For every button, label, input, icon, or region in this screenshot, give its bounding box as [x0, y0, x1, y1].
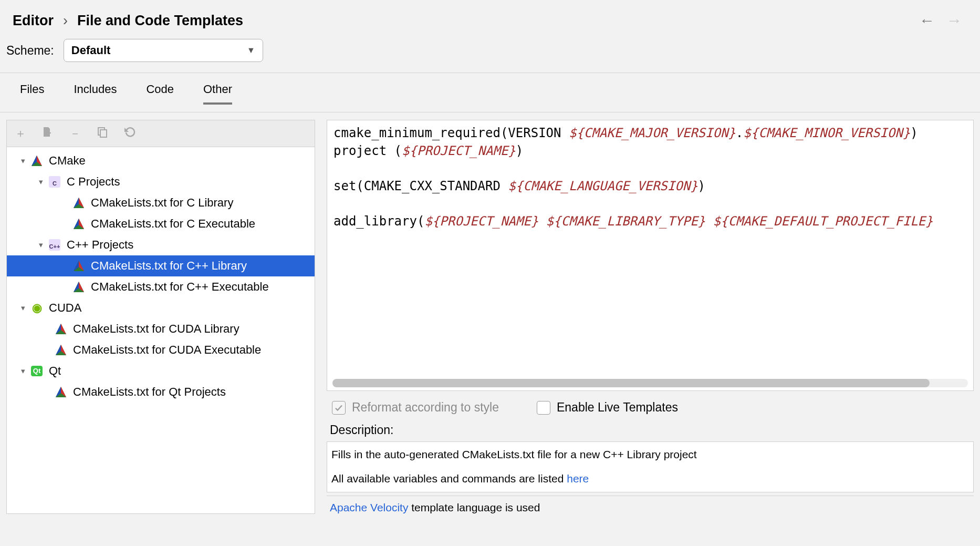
options-row: Reformat according to style Enable Live …: [327, 391, 974, 420]
tree-leaf-cpp-executable[interactable]: CMakeLists.txt for C++ Executable: [7, 276, 315, 297]
main-split: ＋ － ▾ CMake ▾ C: [0, 120, 980, 514]
forward-arrow-icon: →: [946, 12, 962, 29]
tab-code[interactable]: Code: [146, 83, 174, 105]
tree-label: CMakeLists.txt for Qt Projects: [73, 385, 226, 399]
tree-panel: ＋ － ▾ CMake ▾ C: [6, 120, 315, 514]
add-from-icon[interactable]: [41, 126, 54, 141]
tree-label: C++ Projects: [67, 238, 133, 252]
reformat-label: Reformat according to style: [352, 400, 499, 415]
tree-label: CMakeLists.txt for CUDA Executable: [73, 343, 261, 357]
scrollbar-thumb[interactable]: [332, 379, 930, 387]
live-templates-checkbox[interactable]: Enable Live Templates: [537, 400, 678, 415]
description-line1: Fills in the auto-generated CMakeLists.t…: [331, 447, 969, 462]
footer-note: Apache Velocity template language is use…: [327, 501, 974, 514]
qt-icon: Qt: [30, 364, 44, 378]
tree-leaf-cuda-library[interactable]: CMakeLists.txt for CUDA Library: [7, 318, 315, 339]
right-panel: cmake_minimum_required(VERSION ${CMAKE_M…: [327, 120, 974, 514]
breadcrumb-editor[interactable]: Editor: [13, 13, 54, 29]
breadcrumb: Editor › File and Code Templates: [13, 13, 243, 29]
tree-label: CMakeLists.txt for CUDA Library: [73, 322, 239, 336]
header-bar: Editor › File and Code Templates ← →: [0, 0, 980, 35]
description-box: Fills in the auto-generated CMakeLists.t…: [327, 441, 974, 492]
tree-node-cpp-projects[interactable]: ▾ C++ C++ Projects: [7, 234, 315, 255]
disclosure-icon[interactable]: ▾: [18, 303, 28, 313]
tab-includes[interactable]: Includes: [74, 83, 117, 105]
checkbox-icon: [537, 401, 550, 415]
scheme-value: Default: [71, 44, 111, 57]
tree-node-qt[interactable]: ▾ Qt Qt: [7, 360, 315, 382]
nav-arrows: ← →: [919, 12, 962, 29]
horizontal-scrollbar[interactable]: [332, 379, 968, 387]
breadcrumb-separator: ›: [63, 13, 68, 29]
divider: [327, 496, 974, 496]
tree-label: Qt: [49, 364, 61, 378]
scheme-select[interactable]: Default ▼: [64, 39, 263, 62]
tree-node-cuda[interactable]: ▾ ◉ CUDA: [7, 297, 315, 318]
tree-leaf-c-library[interactable]: CMakeLists.txt for C Library: [7, 192, 315, 213]
tree-label: CMakeLists.txt for C++ Executable: [91, 280, 269, 294]
tree-toolbar: ＋ －: [6, 120, 315, 147]
tree-leaf-cpp-library[interactable]: CMakeLists.txt for C++ Library: [7, 255, 315, 276]
revert-icon[interactable]: [123, 126, 136, 141]
cmake-icon: [54, 343, 68, 357]
c-badge-icon: C: [48, 175, 61, 189]
tree-label: C Projects: [67, 175, 120, 189]
tab-other[interactable]: Other: [203, 83, 232, 105]
tree-node-c-projects[interactable]: ▾ C C Projects: [7, 171, 315, 192]
description-line2: All available variables and commands are…: [331, 471, 969, 486]
live-templates-label: Enable Live Templates: [557, 400, 678, 415]
cmake-icon: [30, 154, 44, 168]
tree-leaf-cuda-executable[interactable]: CMakeLists.txt for CUDA Executable: [7, 339, 315, 360]
cmake-icon: [54, 322, 68, 336]
checkbox-icon: [332, 401, 346, 415]
cmake-icon: [72, 280, 86, 294]
remove-icon[interactable]: －: [69, 126, 81, 141]
tree-label: CMakeLists.txt for C++ Library: [91, 259, 247, 273]
cpp-badge-icon: C++: [48, 238, 61, 252]
disclosure-icon[interactable]: ▾: [36, 177, 46, 187]
cmake-icon: [72, 217, 86, 231]
disclosure-icon[interactable]: ▾: [18, 366, 28, 376]
cmake-icon: [72, 196, 86, 210]
tree-node-cmake[interactable]: ▾ CMake: [7, 150, 315, 171]
disclosure-icon[interactable]: ▾: [36, 240, 46, 250]
tree-label: CMakeLists.txt for C Library: [91, 196, 233, 210]
scheme-row: Scheme: Default ▼: [0, 35, 980, 73]
disclosure-icon[interactable]: ▾: [18, 156, 28, 166]
here-link[interactable]: here: [567, 472, 589, 485]
template-editor[interactable]: cmake_minimum_required(VERSION ${CMAKE_M…: [327, 120, 974, 391]
tree-leaf-c-executable[interactable]: CMakeLists.txt for C Executable: [7, 213, 315, 234]
tree-label: CMakeLists.txt for C Executable: [91, 217, 255, 231]
reformat-checkbox: Reformat according to style: [332, 400, 499, 415]
svg-rect-1: [100, 130, 107, 137]
cmake-icon: [72, 259, 86, 273]
tab-files[interactable]: Files: [20, 83, 44, 105]
chevron-down-icon: ▼: [247, 46, 255, 55]
breadcrumb-current: File and Code Templates: [77, 13, 243, 29]
tree-label: CMake: [49, 154, 86, 168]
nvidia-icon: ◉: [30, 301, 44, 315]
add-icon[interactable]: ＋: [14, 126, 27, 141]
template-tree[interactable]: ▾ CMake ▾ C C Projects CMakeLists.txt fo…: [6, 147, 315, 514]
copy-icon[interactable]: [96, 126, 109, 141]
tab-bar: Files Includes Code Other: [0, 73, 980, 105]
cmake-icon: [54, 385, 68, 399]
scheme-label: Scheme:: [6, 44, 54, 58]
back-arrow-icon[interactable]: ←: [919, 12, 935, 29]
apache-velocity-link[interactable]: Apache Velocity: [330, 501, 408, 513]
description-label: Description:: [327, 420, 974, 441]
tree-label: CUDA: [49, 301, 81, 315]
tree-leaf-qt-projects[interactable]: CMakeLists.txt for Qt Projects: [7, 382, 315, 403]
